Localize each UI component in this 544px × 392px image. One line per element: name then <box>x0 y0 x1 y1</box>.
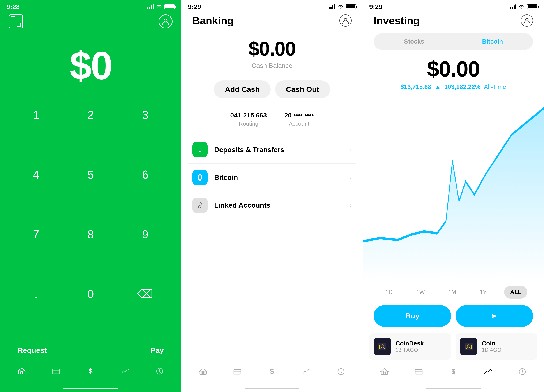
svg-rect-24 <box>415 369 422 374</box>
tab-bar-3: $ <box>363 362 544 388</box>
status-icons-3 <box>510 4 538 9</box>
home-indicator-2 <box>245 388 299 389</box>
investing-header: Investing <box>363 12 544 31</box>
key-1[interactable]: 1 <box>9 103 63 127</box>
tab-home-3[interactable] <box>379 366 390 377</box>
time-1y[interactable]: 1Y <box>473 286 493 299</box>
key-backspace[interactable]: ⌫ <box>118 282 172 306</box>
status-bar-3: 9:29 <box>363 0 544 12</box>
screen-investing: 9:29 Investing <box>363 0 544 392</box>
banking-title: Banking <box>192 15 234 27</box>
status-icons-1 <box>147 4 175 9</box>
svg-text:$: $ <box>89 367 93 375</box>
bitcoin-item[interactable]: ₿ Bitcoin › <box>188 164 356 191</box>
time-1d[interactable]: 1D <box>379 286 399 299</box>
key-5[interactable]: 5 <box>63 162 118 187</box>
invest-action-btns: Buy <box>363 303 544 331</box>
profile-icon-1[interactable] <box>159 14 172 29</box>
time-selector: 1D 1W 1M 1Y ALL <box>363 283 544 303</box>
tab-stocks[interactable]: Stocks <box>375 35 453 49</box>
linked-accounts-item[interactable]: Linked Accounts › <box>188 191 356 219</box>
news-source-2: Coin <box>482 340 501 347</box>
tab-bar-2: $ <box>181 362 363 388</box>
key-2[interactable]: 2 <box>63 103 118 127</box>
time-all[interactable]: ALL <box>504 286 528 299</box>
time-1w[interactable]: 1W <box>410 286 431 299</box>
request-button[interactable]: Request <box>18 346 47 355</box>
tab-dollar-1[interactable]: $ <box>85 366 96 377</box>
buy-label: Buy <box>405 312 419 320</box>
balance-label: Cash Balance <box>181 62 363 69</box>
wifi-icon-3 <box>519 4 525 9</box>
linked-chevron: › <box>350 202 352 209</box>
key-9[interactable]: 9 <box>118 222 172 246</box>
key-8[interactable]: 8 <box>63 222 118 246</box>
linked-accounts-icon <box>192 197 208 213</box>
svg-text:[⬡]: [⬡] <box>379 344 386 349</box>
tab-chart-1[interactable] <box>120 366 131 377</box>
tab-chart-2[interactable] <box>301 366 312 377</box>
key-0[interactable]: 0 <box>63 282 118 306</box>
tab-clock-1[interactable] <box>154 366 165 377</box>
time-1m[interactable]: 1M <box>442 286 462 299</box>
svg-text:[⬡]: [⬡] <box>465 344 472 349</box>
routing-label: Routing <box>231 120 267 127</box>
bitcoin-icon: ₿ <box>192 170 208 185</box>
scan-icon[interactable] <box>9 14 23 29</box>
account-value: 20 •••• •••• <box>284 112 313 119</box>
profile-icon-2[interactable] <box>339 14 352 27</box>
news-source-1: CoinDesk <box>396 340 424 347</box>
pay-button[interactable]: Pay <box>151 346 164 355</box>
invest-stats: $13,715.88 ▲ 103,182.22% All-Time <box>363 83 544 90</box>
deposits-icon: ↕ <box>192 142 208 157</box>
tab-bitcoin[interactable]: Bitcoin <box>453 35 532 49</box>
profile-icon-3[interactable] <box>521 14 533 27</box>
banking-menu: ↕ Deposits & Transfers › ₿ Bitcoin › Lin… <box>181 136 363 219</box>
home-indicator-1 <box>63 388 118 389</box>
deposits-transfers-item[interactable]: ↕ Deposits & Transfers › <box>188 136 356 164</box>
key-dot[interactable]: . <box>9 282 63 306</box>
news-card-2[interactable]: [⬡] Coin 1D AGO <box>455 333 538 360</box>
screen1-header <box>0 12 181 33</box>
send-button[interactable] <box>455 305 533 327</box>
cash-out-button[interactable]: Cash Out <box>275 80 330 98</box>
add-cash-button[interactable]: Add Cash <box>214 80 271 98</box>
tab-card-3[interactable] <box>414 366 424 377</box>
tab-bar-1: $ <box>0 361 181 388</box>
status-bar-1: 9:28 <box>0 0 181 12</box>
key-7[interactable]: 7 <box>9 222 63 246</box>
battery-icon-1 <box>164 4 175 9</box>
tab-home-2[interactable] <box>198 366 208 377</box>
deposits-chevron: › <box>350 146 352 153</box>
account-info: 041 215 663 Routing 20 •••• •••• Account <box>181 107 363 136</box>
key-4[interactable]: 4 <box>9 162 63 187</box>
tab-dollar-3[interactable]: $ <box>448 366 459 377</box>
buy-button[interactable]: Buy <box>374 305 451 327</box>
tab-chart-3[interactable] <box>483 366 493 377</box>
svg-rect-12 <box>234 369 241 374</box>
bitcoin-chevron: › <box>350 174 352 181</box>
send-icon <box>491 313 498 320</box>
key-6[interactable]: 6 <box>118 162 172 187</box>
up-arrow-icon: ▲ <box>435 83 441 90</box>
home-indicator-3 <box>426 388 481 389</box>
news-card-1[interactable]: [⬡] CoinDesk 13H AGO <box>369 333 451 360</box>
time-3: 9:29 <box>369 3 382 11</box>
tab-card-2[interactable] <box>232 366 243 377</box>
account-field: 20 •••• •••• Account <box>284 112 313 127</box>
tab-dollar-2[interactable]: $ <box>267 366 277 377</box>
tab-clock-3[interactable] <box>517 366 528 377</box>
tab-clock-2[interactable] <box>336 366 346 377</box>
news-content-2: Coin 1D AGO <box>482 340 501 353</box>
tab-card-1[interactable] <box>50 366 62 377</box>
balance-section: $0.00 Cash Balance <box>181 33 363 76</box>
linked-label: Linked Accounts <box>214 201 350 209</box>
status-bar-2: 9:29 <box>181 0 363 12</box>
key-3[interactable]: 3 <box>118 103 172 127</box>
status-icons-2 <box>329 4 356 9</box>
signal-icon-2 <box>329 4 335 9</box>
news-content-1: CoinDesk 13H AGO <box>396 340 424 353</box>
bitcoin-chart <box>363 95 544 281</box>
tab-home-1[interactable] <box>16 366 27 377</box>
screen-home: 9:28 <box>0 0 181 392</box>
